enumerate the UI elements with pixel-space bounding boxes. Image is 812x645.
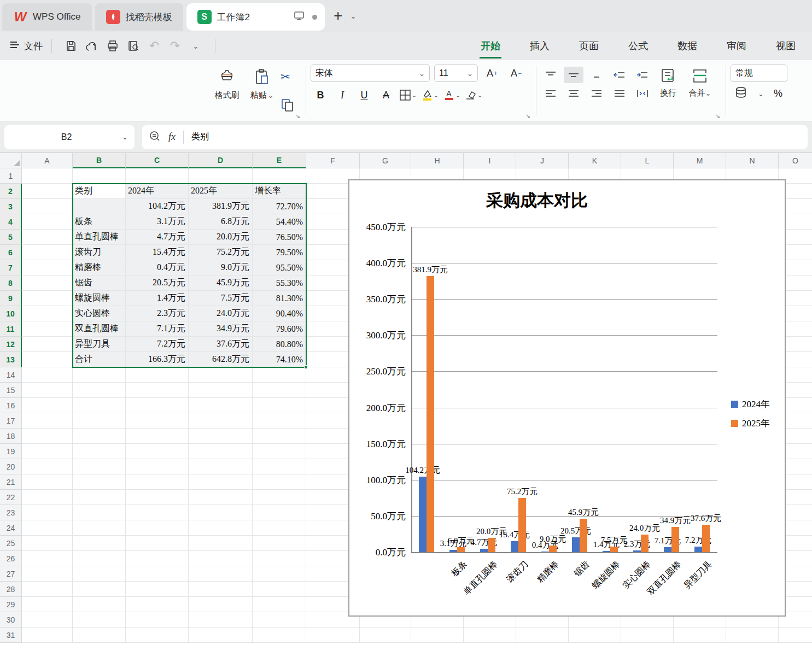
cell-E27[interactable] [253,566,306,582]
cell-A16[interactable] [22,398,73,413]
cell-D19[interactable] [189,444,253,459]
cell-O31[interactable] [779,628,812,643]
cell-C23[interactable] [126,505,189,520]
cell-E7[interactable]: 95.50% [253,260,306,275]
cell-A10[interactable] [22,306,73,321]
undo-button[interactable]: ↶ [144,37,165,55]
format-painter-button[interactable]: 格式刷 [209,64,244,119]
bar-2025年-3[interactable] [518,498,526,552]
cell-B20[interactable] [73,459,126,474]
redo-button[interactable]: ↷ [165,37,185,55]
cell-G31[interactable] [360,628,411,643]
row-header-12[interactable]: 12 [0,337,22,352]
cell-A4[interactable] [22,214,73,230]
group-expand-icon[interactable]: ↘ [525,113,530,120]
cell-C9[interactable]: 1.4万元 [126,291,189,306]
underline-button[interactable]: U [354,87,374,103]
row-header-28[interactable]: 28 [0,582,22,597]
cell-A13[interactable] [22,352,73,367]
formula-input[interactable]: fx 类别 [142,125,808,149]
italic-button[interactable]: I [332,87,352,103]
number-format-combo[interactable]: 常规 [731,64,787,82]
column-header-O[interactable]: O [779,153,812,168]
cell-A9[interactable] [22,291,73,306]
cell-C25[interactable] [126,536,189,551]
row-header-31[interactable]: 31 [0,628,22,643]
bar-2024年-3[interactable] [511,541,518,552]
cell-A31[interactable] [22,628,73,643]
cell-E20[interactable] [253,459,306,474]
cell-C18[interactable] [126,429,189,444]
fill-handle[interactable] [304,365,308,369]
cell-A30[interactable] [22,612,73,628]
cell-E11[interactable]: 79.60% [253,321,306,337]
cell-C8[interactable]: 20.5万元 [126,275,189,291]
row-header-3[interactable]: 3 [0,199,22,214]
cell-E26[interactable] [253,551,306,566]
row-header-30[interactable]: 30 [0,612,22,628]
paste-button[interactable]: 粘贴⌄ [244,64,279,119]
column-header-L[interactable]: L [621,153,674,168]
cell-F31[interactable] [306,628,360,643]
cell-A6[interactable] [22,245,73,260]
cell-A26[interactable] [22,551,73,566]
bar-2024年-2[interactable] [480,549,488,552]
cell-D8[interactable]: 45.9万元 [189,275,253,291]
fill-color-button[interactable]: ⌄ [420,87,440,103]
cell-M31[interactable] [674,628,726,643]
chevron-down-icon[interactable]: ⌄ [758,90,764,98]
cell-B2[interactable]: 类别 [73,184,126,199]
cell-E24[interactable] [253,520,306,536]
align-bottom-button[interactable] [587,67,606,83]
cell-E5[interactable]: 76.50% [253,230,306,245]
cell-I31[interactable] [464,628,516,643]
increase-indent-button[interactable] [633,67,652,83]
cell-A29[interactable] [22,597,73,612]
bar-2025年-9[interactable] [702,525,710,552]
cell-D11[interactable]: 34.9万元 [189,321,253,337]
cell-A1[interactable] [22,168,73,184]
bar-2025年-4[interactable] [549,546,557,552]
cell-E23[interactable] [253,505,306,520]
cell-C6[interactable]: 15.4万元 [126,245,189,260]
row-header-15[interactable]: 15 [0,383,22,398]
currency-format-button[interactable] [735,86,748,101]
cell-B8[interactable]: 锯齿 [73,275,126,291]
bar-2025年-6[interactable] [610,547,618,552]
cell-E19[interactable] [253,444,306,459]
cell-E2[interactable]: 增长率 [253,184,306,199]
cell-D31[interactable] [189,628,253,643]
bar-2024年-8[interactable] [664,547,671,552]
cell-C11[interactable]: 7.1万元 [126,321,189,337]
row-header-7[interactable]: 7 [0,260,22,275]
ribbon-tab-4[interactable]: 数据 [676,37,698,55]
group-expand-icon[interactable]: ↘ [715,113,720,120]
select-all-corner[interactable] [0,153,22,168]
cell-D23[interactable] [189,505,253,520]
cell-D17[interactable] [189,413,253,429]
cell-D16[interactable] [189,398,253,413]
group-expand-icon[interactable]: ↘ [295,113,300,120]
cell-C4[interactable]: 3.1万元 [126,214,189,230]
monitor-icon[interactable] [294,11,305,24]
name-box[interactable]: B2 ⌄ [4,125,135,149]
cell-C22[interactable] [126,490,189,505]
cell-A22[interactable] [22,490,73,505]
ribbon-tab-6[interactable]: 视图 [775,37,797,55]
cell-A15[interactable] [22,383,73,398]
row-header-4[interactable]: 4 [0,214,22,230]
cell-C28[interactable] [126,582,189,597]
cell-B4[interactable]: 板条 [73,214,126,230]
cell-B3[interactable] [73,199,126,214]
ribbon-tab-0[interactable]: 开始 [480,37,501,55]
row-header-9[interactable]: 9 [0,291,22,306]
column-header-C[interactable]: C [126,153,189,168]
print-preview-button[interactable] [123,37,144,55]
cell-D10[interactable]: 24.0万元 [189,306,253,321]
column-header-E[interactable]: E [253,153,306,168]
cell-A18[interactable] [22,429,73,444]
column-header-N[interactable]: N [726,153,779,168]
cell-B5[interactable]: 单直孔圆棒 [73,230,126,245]
row-header-26[interactable]: 26 [0,551,22,566]
cell-E25[interactable] [253,536,306,551]
